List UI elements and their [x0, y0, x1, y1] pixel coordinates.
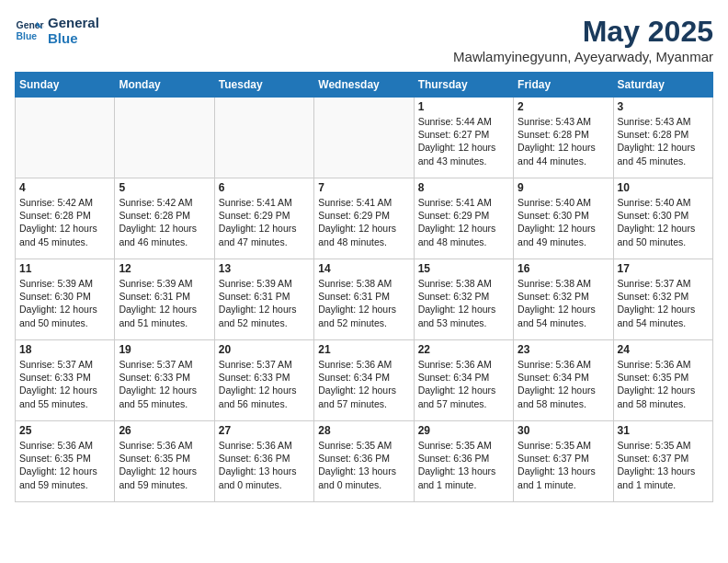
calendar-cell: 4Sunrise: 5:42 AMSunset: 6:28 PMDaylight… [16, 178, 115, 259]
day-info: Sunrise: 5:42 AMSunset: 6:28 PMDaylight:… [19, 196, 110, 248]
day-info: Sunrise: 5:35 AMSunset: 6:36 PMDaylight:… [318, 439, 409, 491]
logo-line2: Blue [48, 30, 99, 46]
calendar-header-row: SundayMondayTuesdayWednesdayThursdayFrid… [16, 73, 713, 98]
day-info: Sunrise: 5:39 AMSunset: 6:30 PMDaylight:… [19, 277, 110, 329]
svg-text:Blue: Blue [17, 31, 38, 41]
day-number: 26 [119, 424, 210, 437]
calendar-cell: 16Sunrise: 5:38 AMSunset: 6:32 PMDayligh… [514, 259, 613, 340]
header-day-saturday: Saturday [613, 73, 712, 98]
day-info: Sunrise: 5:38 AMSunset: 6:32 PMDaylight:… [518, 277, 609, 329]
day-number: 2 [518, 100, 609, 113]
title-block: May 2025 Mawlamyinegyunn, Ayeyarwady, My… [453, 15, 713, 64]
calendar-cell: 30Sunrise: 5:35 AMSunset: 6:37 PMDayligh… [514, 421, 613, 502]
day-number: 15 [418, 262, 509, 275]
day-number: 22 [418, 343, 509, 356]
calendar-cell: 10Sunrise: 5:40 AMSunset: 6:30 PMDayligh… [613, 178, 712, 259]
calendar-cell: 22Sunrise: 5:36 AMSunset: 6:34 PMDayligh… [414, 340, 513, 421]
header-day-friday: Friday [514, 73, 613, 98]
day-number: 20 [219, 343, 310, 356]
day-number: 19 [119, 343, 210, 356]
calendar-cell: 3Sunrise: 5:43 AMSunset: 6:28 PMDaylight… [613, 98, 712, 178]
calendar-cell: 23Sunrise: 5:36 AMSunset: 6:34 PMDayligh… [514, 340, 613, 421]
calendar-cell: 19Sunrise: 5:37 AMSunset: 6:33 PMDayligh… [115, 340, 214, 421]
calendar-cell [16, 98, 115, 178]
day-info: Sunrise: 5:40 AMSunset: 6:30 PMDaylight:… [518, 196, 609, 248]
day-info: Sunrise: 5:35 AMSunset: 6:37 PMDaylight:… [518, 439, 609, 491]
day-number: 30 [518, 424, 609, 437]
day-number: 6 [219, 181, 310, 194]
day-info: Sunrise: 5:43 AMSunset: 6:28 PMDaylight:… [618, 115, 709, 167]
calendar-cell: 17Sunrise: 5:37 AMSunset: 6:32 PMDayligh… [613, 259, 712, 340]
calendar-cell: 25Sunrise: 5:36 AMSunset: 6:35 PMDayligh… [16, 421, 115, 502]
day-info: Sunrise: 5:39 AMSunset: 6:31 PMDaylight:… [119, 277, 210, 329]
day-info: Sunrise: 5:42 AMSunset: 6:28 PMDaylight:… [119, 196, 210, 248]
calendar-cell: 26Sunrise: 5:36 AMSunset: 6:35 PMDayligh… [115, 421, 214, 502]
day-info: Sunrise: 5:35 AMSunset: 6:37 PMDaylight:… [618, 439, 709, 491]
calendar-cell: 1Sunrise: 5:44 AMSunset: 6:27 PMDaylight… [414, 98, 513, 178]
calendar-cell: 13Sunrise: 5:39 AMSunset: 6:31 PMDayligh… [214, 259, 313, 340]
week-row-3: 11Sunrise: 5:39 AMSunset: 6:30 PMDayligh… [16, 259, 713, 340]
day-number: 7 [318, 181, 409, 194]
day-number: 28 [318, 424, 409, 437]
day-number: 25 [19, 424, 110, 437]
calendar-cell: 20Sunrise: 5:37 AMSunset: 6:33 PMDayligh… [214, 340, 313, 421]
day-number: 24 [618, 343, 709, 356]
header-day-wednesday: Wednesday [314, 73, 414, 98]
calendar-cell: 14Sunrise: 5:38 AMSunset: 6:31 PMDayligh… [314, 259, 414, 340]
day-number: 3 [618, 100, 709, 113]
month-title: May 2025 [453, 15, 713, 49]
calendar-cell: 27Sunrise: 5:36 AMSunset: 6:36 PMDayligh… [214, 421, 313, 502]
day-number: 13 [219, 262, 310, 275]
day-info: Sunrise: 5:36 AMSunset: 6:36 PMDaylight:… [219, 439, 310, 491]
calendar-cell [115, 98, 214, 178]
day-number: 8 [418, 181, 509, 194]
calendar-cell [214, 98, 313, 178]
page-header: General Blue General Blue May 2025 Mawla… [15, 15, 713, 64]
logo-line1: General [48, 15, 99, 30]
header-day-thursday: Thursday [414, 73, 513, 98]
day-info: Sunrise: 5:36 AMSunset: 6:34 PMDaylight:… [318, 358, 409, 410]
calendar-cell: 18Sunrise: 5:37 AMSunset: 6:33 PMDayligh… [16, 340, 115, 421]
calendar-cell: 5Sunrise: 5:42 AMSunset: 6:28 PMDaylight… [115, 178, 214, 259]
day-number: 31 [618, 424, 709, 437]
day-number: 12 [119, 262, 210, 275]
day-info: Sunrise: 5:38 AMSunset: 6:32 PMDaylight:… [418, 277, 509, 329]
day-info: Sunrise: 5:36 AMSunset: 6:35 PMDaylight:… [618, 358, 709, 410]
day-info: Sunrise: 5:41 AMSunset: 6:29 PMDaylight:… [318, 196, 409, 248]
day-info: Sunrise: 5:36 AMSunset: 6:34 PMDaylight:… [518, 358, 609, 410]
day-info: Sunrise: 5:37 AMSunset: 6:33 PMDaylight:… [119, 358, 210, 410]
calendar-cell: 24Sunrise: 5:36 AMSunset: 6:35 PMDayligh… [613, 340, 712, 421]
week-row-4: 18Sunrise: 5:37 AMSunset: 6:33 PMDayligh… [16, 340, 713, 421]
day-info: Sunrise: 5:43 AMSunset: 6:28 PMDaylight:… [518, 115, 609, 167]
day-info: Sunrise: 5:37 AMSunset: 6:32 PMDaylight:… [618, 277, 709, 329]
calendar-cell: 21Sunrise: 5:36 AMSunset: 6:34 PMDayligh… [314, 340, 414, 421]
day-info: Sunrise: 5:38 AMSunset: 6:31 PMDaylight:… [318, 277, 409, 329]
day-number: 27 [219, 424, 310, 437]
day-info: Sunrise: 5:36 AMSunset: 6:34 PMDaylight:… [418, 358, 509, 410]
day-number: 23 [518, 343, 609, 356]
calendar-cell: 8Sunrise: 5:41 AMSunset: 6:29 PMDaylight… [414, 178, 513, 259]
header-day-sunday: Sunday [16, 73, 115, 98]
day-number: 18 [19, 343, 110, 356]
header-day-monday: Monday [115, 73, 214, 98]
day-number: 21 [318, 343, 409, 356]
header-day-tuesday: Tuesday [214, 73, 313, 98]
day-number: 17 [618, 262, 709, 275]
day-info: Sunrise: 5:44 AMSunset: 6:27 PMDaylight:… [418, 115, 509, 167]
day-info: Sunrise: 5:37 AMSunset: 6:33 PMDaylight:… [219, 358, 310, 410]
day-number: 14 [318, 262, 409, 275]
day-number: 16 [518, 262, 609, 275]
day-info: Sunrise: 5:36 AMSunset: 6:35 PMDaylight:… [119, 439, 210, 491]
day-info: Sunrise: 5:36 AMSunset: 6:35 PMDaylight:… [19, 439, 110, 491]
day-info: Sunrise: 5:37 AMSunset: 6:33 PMDaylight:… [19, 358, 110, 410]
week-row-1: 1Sunrise: 5:44 AMSunset: 6:27 PMDaylight… [16, 98, 713, 178]
calendar-cell: 31Sunrise: 5:35 AMSunset: 6:37 PMDayligh… [613, 421, 712, 502]
calendar-cell: 7Sunrise: 5:41 AMSunset: 6:29 PMDaylight… [314, 178, 414, 259]
day-info: Sunrise: 5:35 AMSunset: 6:36 PMDaylight:… [418, 439, 509, 491]
calendar-cell: 11Sunrise: 5:39 AMSunset: 6:30 PMDayligh… [16, 259, 115, 340]
calendar-cell: 29Sunrise: 5:35 AMSunset: 6:36 PMDayligh… [414, 421, 513, 502]
day-info: Sunrise: 5:39 AMSunset: 6:31 PMDaylight:… [219, 277, 310, 329]
calendar: SundayMondayTuesdayWednesdayThursdayFrid… [15, 72, 713, 502]
day-number: 1 [418, 100, 509, 113]
day-number: 9 [518, 181, 609, 194]
